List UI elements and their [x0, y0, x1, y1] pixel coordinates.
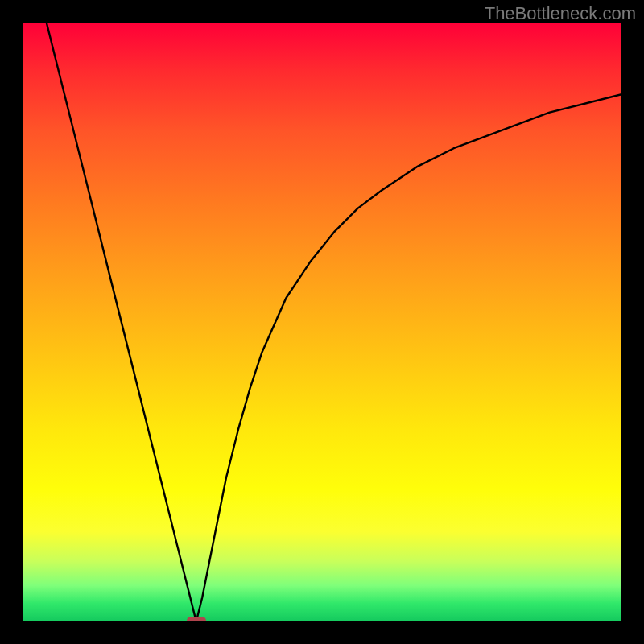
bottleneck-curve — [23, 23, 621, 621]
optimal-marker — [187, 617, 206, 621]
watermark-text: TheBottleneck.com — [485, 3, 636, 24]
chart-plot-area — [23, 23, 621, 621]
